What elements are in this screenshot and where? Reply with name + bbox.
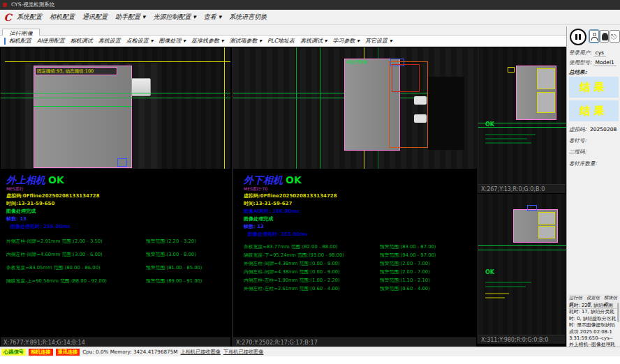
menu-item-system-config[interactable]: 系统配置 [17,13,42,22]
yellow-feature-box-1 [538,212,555,225]
model-row: 使用型号:Model1 [569,59,619,66]
needle-label: 卷针号: [569,137,586,144]
green-measure-line-2 [1,98,230,98]
logout-button[interactable]: ⎋ [610,30,620,43]
blue-tag-box [527,205,537,211]
measure-warn: 预警范围:(1.10 - 2.10) [380,277,430,284]
pause-button[interactable] [570,29,586,45]
vcode-label: 虚拟码: [569,126,586,132]
tool-image-processing[interactable]: 图像处理 ▾ [158,37,186,45]
tool-camera-config[interactable]: 相机配置 [9,37,31,45]
user-outline-icon [591,37,598,40]
app-window: CYS-视觉检测系统 C 系统配置 相机配置 通讯配置 助手配置 ▾ 光源控制配… [0,0,620,364]
user-button[interactable] [589,30,599,43]
measure-warn: 预警范围:(2.00 - 7.00) [380,268,430,275]
ai-process-label: AI处理图像 [346,59,367,66]
measure-text: 隔膜宽度-上=90.56mm 范围:(88.00 - 92.00) [6,278,107,284]
measurement-row: 内侧左柱-间隙=4.60mm 范围:(3.00 - 6.00) 预警范围:(3.… [6,251,237,258]
measure-warn: 预警范围:(81.00 - 85.00) [146,264,202,271]
process-done-line: 图像处理完成 [6,208,36,215]
tool-other-settings[interactable]: 其它设置 ▾ [365,37,392,45]
status-bar: 心跳信号 相机连接 通讯连接 Cpu: 0.0% Memory: 3424.41… [0,347,620,356]
elapsed-line: 图像处理耗时: 256.00ms [10,223,71,230]
tool-offline-settings[interactable]: 离线设置 [98,37,121,45]
green-measure-line-2 [478,250,566,250]
green-measure-line-1 [478,245,566,246]
tool-test-params[interactable]: 测试项参数 ▾ [230,37,263,45]
measurement-row: 内侧左柱-左柱=1.90mm 范围:(1.00 - 2.20) 预警范围:(1.… [244,277,474,284]
toolbar-accent [4,38,6,45]
tool-plc-address[interactable]: PLC地址表 [267,37,295,45]
camera-image-outer-bottom[interactable]: AI处理图像 [233,47,477,169]
camera-view-outer-bottom[interactable]: AI处理图像 外下相机OK MES发行:T0 虚拟码:0Ffline202502… [232,47,476,347]
menu-item-camera-config[interactable]: 相机配置 [50,13,75,22]
tool-offline-debug[interactable]: 离线调试 ▾ [300,37,327,45]
measurement-row: 条板宽度=83.77mm 范围:(82.00 - 88.00) 预警范围:(83… [244,243,474,250]
measurement-row: 外侧左柱-间隙=2.91mm 范围:(2.00 - 3.50) 预警范围:(2.… [6,238,237,245]
menu-item-comm-config[interactable]: 通讯配置 [82,13,108,22]
menu-item-language[interactable]: 系统语言切换 [229,13,267,22]
green-guide-v1 [296,47,297,169]
measure-text: 内侧左柱-间隙=4.38mm 范围:(0.00 - 9.00) [244,269,340,275]
tool-ai-config[interactable]: AI使用配置 [37,37,65,45]
tool-baseline-params[interactable]: 基准线参数 ▾ [191,37,224,45]
user-outline-icon [593,33,596,36]
stock-row: 卷针库数量: [569,160,619,167]
barcode-line: 虚拟码:0Ffline20250208133134728 [244,192,337,199]
camera-image-side-bottom[interactable]: OK [478,194,566,335]
login-user-row: 登录用户:cys [569,50,619,56]
result-display-bottom: 结果 [569,100,619,121]
log-scrollbar[interactable] [617,303,619,322]
yellow-tag [508,67,515,73]
heartbeat-status-badge: 心跳信号 [1,349,26,356]
tool-spotcheck-settings[interactable]: 点检设置 ▾ [126,37,154,45]
account-button[interactable] [600,30,609,43]
measurement-row: 隔膜宽度-上=90.56mm 范围:(88.00 - 92.00) 预警范围:(… [6,278,237,285]
green-guide-v2 [320,47,320,169]
title-bar: CYS-视觉检测系统 [0,0,620,10]
camera-view-side-top[interactable]: OK X:267;Y:13;R:0;G:0;B:0 [478,47,566,193]
green-measure-line-1 [1,93,230,93]
measure-text: 内侧左柱-左柱=1.90mm 范围:(1.00 - 2.20) [244,278,340,283]
yellow-baseline-h [5,61,230,62]
ai-elapsed-line: 图像AI耗时: 166.00ms [244,208,300,215]
measure-text: 外侧左柱-间隙=2.91mm 范围:(2.00 - 3.50) [6,238,103,244]
measure-warn: 预警范围:(2.20 - 3.20) [146,238,196,245]
status-ok: OK [286,174,302,185]
menu-item-view[interactable]: 查看 ▾ [204,13,221,22]
measurement-row: 内侧左柱-间隙=4.38mm 范围:(0.00 - 9.00) 预警范围:(2.… [244,268,474,275]
total-result-label: 总结果: [569,69,619,76]
measure-text: 外侧左柱-左柱=2.61mm 范围:(0.60 - 4.00) [244,286,340,291]
measure-text: 内侧左柱-间隙=4.60mm 范围:(3.00 - 6.00) [6,252,103,257]
camera-image-outer-top[interactable]: 固定阈值:93, 动态阈值:100 [1,47,230,169]
camera-view-outer-top[interactable]: 固定阈值:93, 动态阈值:100 外上相机OK MES发行 虚拟码:0Ffli… [1,47,230,347]
yellow-feature-box-1 [537,68,555,89]
camera-view-side-bottom[interactable]: OK X:311;Y:980;R:0;G:0;B:0 [478,194,566,344]
menu-item-assist-config[interactable]: 助手配置 ▾ [115,13,145,22]
cam-bottom-status: 下相机已接收图像 [223,349,264,356]
vcode-row: 虚拟码:20250208 [569,126,619,133]
measure-text: 条板宽度=83.77mm 范围:(82.00 - 88.00) [244,244,338,250]
tool-learn-params[interactable]: 学习参数 ▾ [333,37,360,45]
bright-feature-2 [414,114,427,123]
measure-text: 外侧左柱-间隙=4.38mm 范围:(0.00 - 9.00) [244,261,340,266]
vcode-value: 20250208 [588,126,619,132]
frame-count-line: 帧数: 13 [6,215,27,222]
qr-row: 二维码: [569,149,619,156]
tool-camera-debug[interactable]: 相机调试 [71,37,93,45]
measure-warn: 预警范围:(0.60 - 4.00) [380,285,430,292]
menu-item-light-config[interactable]: 光源控制配置 ▾ [153,13,195,22]
app-icon [3,3,7,7]
comm-connect-badge: 通讯连接 [56,349,80,356]
tab-connector [131,78,151,96]
threshold-label: 固定阈值:93, 动态阈值:100 [35,67,117,75]
tiny-text-line-yellow [485,293,509,294]
detect-roi-cell [34,66,132,168]
green-measure-line-3 [34,106,132,107]
barcode-line: 虚拟码:0Ffline20250208133134728 [6,192,100,199]
time-line: 时间:13-31-59-650 [6,200,54,207]
camera-result-title: 外下相机OK [244,174,302,187]
camera-image-side-top[interactable]: OK [478,47,566,184]
control-panel: ⎋ 登录用户:cys 使用型号:Model1 总结果: 结果 结果 虚拟码:20… [566,26,620,347]
bright-feature-1 [414,96,427,105]
